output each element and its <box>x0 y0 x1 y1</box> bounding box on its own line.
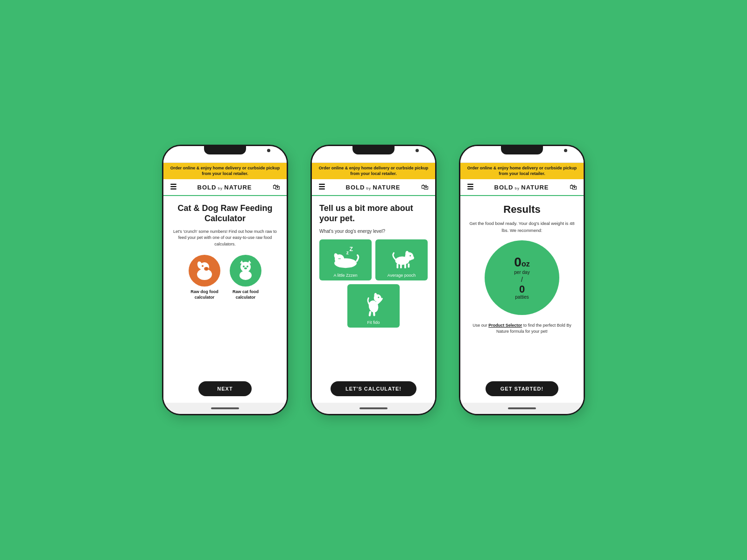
power-button <box>436 193 437 211</box>
results-patties-num: 0 <box>519 284 525 294</box>
cart-icon[interactable]: 🛍 <box>273 183 280 191</box>
volume-button-down <box>162 200 163 213</box>
get-started-button[interactable]: GET STARTED! <box>486 381 558 396</box>
hamburger-icon-2[interactable]: ☰ <box>318 183 325 191</box>
svg-point-23 <box>410 256 414 259</box>
results-oz-value: 0 <box>514 256 521 269</box>
calculator-title: Cat & Dog Raw Feeding Calculator <box>171 203 279 224</box>
results-title: Results <box>503 203 540 216</box>
page-3-body: Results Get the food bowl ready. Your do… <box>460 196 584 403</box>
lets-calculate-button[interactable]: LET'S CALCULATE! <box>331 381 416 396</box>
sleeping-label: A little Zzzen <box>333 273 357 278</box>
phone-2: Order online & enjoy home delivery or cu… <box>310 145 437 415</box>
notch-3 <box>501 146 543 154</box>
svg-point-14 <box>244 267 247 269</box>
nav-bar-2: ☰ BOLD by NATURE 🛍 <box>312 179 435 196</box>
energy-question: What's your dog's energy level? <box>319 229 428 234</box>
power-button <box>584 193 585 211</box>
phone-top-bar <box>163 146 287 163</box>
phone-top-bar-3 <box>460 146 584 163</box>
hamburger-icon-3[interactable]: ☰ <box>467 183 473 191</box>
dog-label: Raw dog foodcalculator <box>190 289 218 300</box>
calculator-description: Let's 'crunch' some numbers! Find out ho… <box>171 229 279 248</box>
energy-option-jumping[interactable]: Fit fido <box>347 284 400 328</box>
nav-logo-2: BOLD by NATURE <box>346 184 401 191</box>
svg-point-13 <box>247 266 248 267</box>
energy-title: Tell us a bit more about your pet. <box>319 203 428 224</box>
svg-rect-35 <box>368 311 371 316</box>
svg-rect-27 <box>400 263 402 268</box>
dog-circle <box>189 255 220 287</box>
cat-circle <box>230 255 261 287</box>
nav-bar-3: ☰ BOLD by NATURE 🛍 <box>460 179 584 196</box>
results-per-day: per day <box>514 270 529 275</box>
promo-banner: Order online & enjoy home delivery or cu… <box>163 163 287 179</box>
jumping-label: Fit fido <box>367 320 380 325</box>
phone-top-bar-2 <box>312 146 435 163</box>
svg-point-5 <box>205 268 208 270</box>
svg-point-34 <box>378 296 379 298</box>
camera-dot-2 <box>416 149 419 152</box>
volume-button-up <box>162 183 163 196</box>
energy-option-sleeping[interactable]: z Z A little Zzzen <box>319 239 372 280</box>
phone-1-content: Order online & enjoy home delivery or cu… <box>163 163 287 403</box>
svg-point-6 <box>202 265 204 267</box>
hamburger-icon[interactable]: ☰ <box>170 183 176 191</box>
phone-bottom-1 <box>163 403 287 414</box>
camera-dot <box>267 149 270 152</box>
cat-label: Raw cat foodcalculator <box>233 289 259 300</box>
cat-option[interactable]: Raw cat foodcalculator <box>230 255 261 300</box>
phone-3-content: Order online & enjoy home delivery or cu… <box>460 163 584 403</box>
standing-dog-icon <box>383 243 420 271</box>
promo-banner-3: Order online & enjoy home delivery or cu… <box>460 163 584 179</box>
results-description: Get the food bowl ready. Your dog's idea… <box>468 220 576 234</box>
volume-button-down <box>310 200 311 213</box>
svg-point-24 <box>405 251 409 256</box>
phone-1: Order online & enjoy home delivery or cu… <box>162 145 288 415</box>
volume-button-up <box>459 183 460 196</box>
power-button <box>287 193 288 211</box>
notch-2 <box>352 146 395 154</box>
next-button[interactable]: NEXT <box>198 381 251 396</box>
phone-2-content: Order online & enjoy home delivery or cu… <box>312 163 435 403</box>
phone-bottom-3 <box>460 403 584 414</box>
phone-3: Order online & enjoy home delivery or cu… <box>459 145 585 415</box>
svg-point-12 <box>243 266 245 267</box>
results-divider: / <box>521 276 523 283</box>
page-1-body: Cat & Dog Raw Feeding Calculator Let's '… <box>163 196 287 403</box>
pet-options: Raw dog foodcalculator <box>189 255 261 300</box>
nav-logo-3: BOLD by NATURE <box>494 184 549 191</box>
results-patties-label: patties <box>515 294 529 300</box>
product-selector-link[interactable]: Product Selector <box>488 323 522 328</box>
volume-button-up <box>310 183 311 196</box>
energy-option-standing[interactable]: Average pooch <box>375 239 428 280</box>
notch <box>204 146 246 154</box>
home-bar-2 <box>359 407 388 409</box>
svg-rect-29 <box>408 263 410 267</box>
svg-rect-28 <box>404 263 406 268</box>
results-footer: Use our Product Selector to find the per… <box>468 322 576 335</box>
nav-bar: ☰ BOLD by NATURE 🛍 <box>163 179 287 196</box>
svg-point-25 <box>409 255 411 256</box>
phone-bottom-2 <box>312 403 435 414</box>
svg-text:Z: Z <box>350 246 353 252</box>
home-bar-3 <box>508 407 536 409</box>
results-circle: 0 oz per day / 0 patties <box>485 240 559 315</box>
dog-icon <box>190 257 218 285</box>
standing-label: Average pooch <box>388 273 416 278</box>
dog-option[interactable]: Raw dog foodcalculator <box>189 255 220 300</box>
svg-rect-26 <box>397 263 399 268</box>
energy-options-grid: z Z A little Zzzen <box>319 239 428 280</box>
cart-icon-3[interactable]: 🛍 <box>570 183 577 191</box>
phones-container: Order online & enjoy home delivery or cu… <box>162 145 585 415</box>
camera-dot-3 <box>564 149 567 152</box>
cart-icon-2[interactable]: 🛍 <box>421 183 429 191</box>
svg-point-33 <box>374 293 377 297</box>
sleeping-dog-icon: z Z <box>327 243 364 271</box>
page-2-body: Tell us a bit more about your pet. What'… <box>312 196 435 403</box>
results-oz-unit: oz <box>521 260 530 268</box>
nav-logo: BOLD by NATURE <box>197 184 252 191</box>
cat-icon <box>232 257 260 285</box>
promo-banner-2: Order online & enjoy home delivery or cu… <box>312 163 435 179</box>
jumping-dog-icon <box>355 288 392 318</box>
